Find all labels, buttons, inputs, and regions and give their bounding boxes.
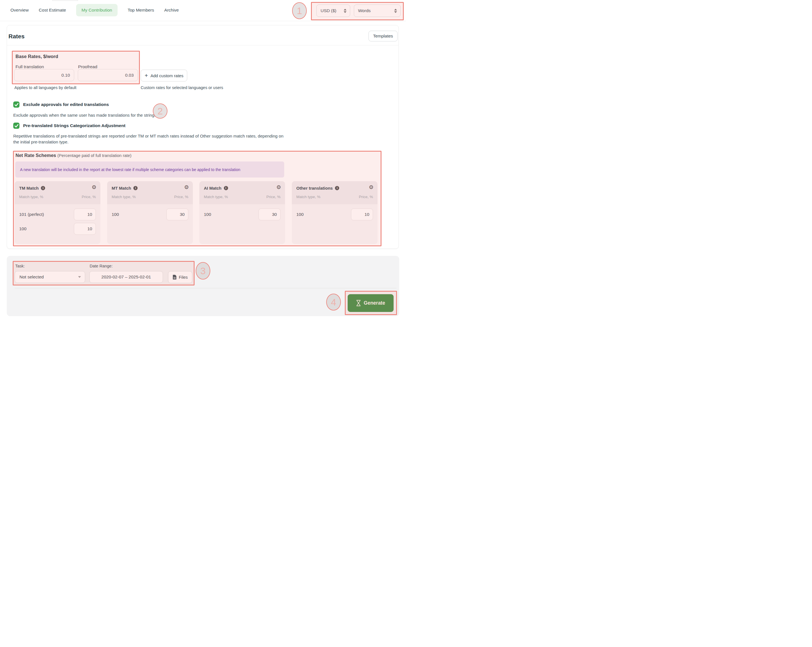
footer-divider	[15, 288, 397, 288]
hourglass-icon	[356, 300, 361, 306]
match-type-header: Match type, %	[111, 195, 136, 199]
gear-icon[interactable]: ⚙	[92, 184, 96, 190]
templates-button[interactable]: Templates	[368, 31, 398, 41]
match-type-header: Match type, %	[19, 195, 43, 199]
info-icon[interactable]: i	[41, 186, 45, 190]
tm-match-title: TM Match	[19, 186, 39, 190]
caret-down-icon	[78, 276, 81, 278]
net-rate-schemes-subtitle: (Percentage paid of full translation rat…	[58, 153, 132, 158]
nav-divider	[0, 21, 406, 21]
mt-match-column: MT Match i ⚙ Match type, % Price, % 100	[107, 181, 193, 244]
tab-cost-estimate[interactable]: Cost Estimate	[39, 8, 66, 13]
other-translations-header: Other translations i ⚙ Match type, % Pri…	[292, 181, 377, 204]
scheme-row: 100	[19, 223, 96, 235]
report-tabs: Overview Cost Estimate My Contribution T…	[11, 3, 179, 17]
add-custom-rates-label: Add custom rates	[151, 73, 183, 78]
tab-archive[interactable]: Archive	[164, 8, 179, 13]
exclude-approvals-label: Exclude approvals for edited translation…	[23, 102, 109, 107]
add-custom-rates-button[interactable]: + Add custom rates	[141, 70, 187, 81]
tm-match-body: 101 (perfect) 100	[15, 204, 101, 244]
price-header: Price, %	[266, 195, 281, 199]
updown-arrows-icon	[344, 9, 346, 13]
price-header: Price, %	[359, 195, 373, 199]
gear-icon[interactable]: ⚙	[184, 184, 189, 190]
tab-my-contribution[interactable]: My Contribution	[76, 4, 118, 16]
rates-card-title: Rates	[8, 33, 24, 40]
pretranslated-adjustment-checkbox[interactable]	[13, 123, 20, 129]
net-rate-schemes-title: Net Rate Schemes (Percentage paid of ful…	[15, 153, 131, 158]
price-input[interactable]	[166, 209, 188, 220]
generate-button-label: Generate	[364, 300, 385, 306]
file-icon	[172, 275, 177, 280]
files-button-label: Files	[179, 275, 188, 280]
other-translations-body: 100	[292, 204, 377, 244]
price-input[interactable]	[74, 209, 96, 220]
price-header: Price, %	[174, 195, 188, 199]
scheme-row: 100	[296, 209, 373, 220]
date-range-input[interactable]	[89, 271, 163, 283]
info-icon[interactable]: i	[133, 186, 137, 190]
match-type-header: Match type, %	[296, 195, 321, 199]
ai-match-header: AI Match i ⚙ Match type, % Price, %	[199, 181, 285, 204]
tm-match-column: TM Match i ⚙ Match type, % Price, % 101 …	[15, 181, 101, 244]
match-type-value: 100	[204, 212, 211, 217]
tab-overview[interactable]: Overview	[11, 8, 29, 13]
checkmark-icon	[14, 103, 18, 107]
base-rates-title: Base Rates, $/word	[15, 54, 58, 59]
net-rate-schemes-title-text: Net Rate Schemes	[15, 153, 56, 158]
unit-select-value: Words	[358, 8, 371, 13]
other-translations-title: Other translations	[296, 186, 333, 190]
partial-cutoff-element	[52, 0, 78, 1]
pretranslated-adjustment-description: Repetitive translations of pre-translate…	[13, 133, 288, 145]
task-select[interactable]: Not selected	[15, 271, 85, 283]
match-type-header: Match type, %	[204, 195, 228, 199]
base-rates-caption: Applies to all languages by default	[14, 85, 76, 90]
info-icon[interactable]: i	[335, 186, 339, 190]
ai-match-column: AI Match i ⚙ Match type, % Price, % 100	[199, 181, 285, 244]
proofread-label: Proofread	[78, 64, 97, 69]
scheme-row: 100	[204, 209, 281, 220]
price-input[interactable]	[258, 209, 281, 220]
gear-icon[interactable]: ⚙	[276, 184, 281, 190]
ai-match-body: 100	[199, 204, 285, 244]
ai-match-title: AI Match	[204, 186, 221, 190]
currency-select[interactable]: USD ($)	[316, 5, 350, 17]
card-header-divider	[7, 45, 398, 46]
gear-icon[interactable]: ⚙	[369, 184, 374, 190]
exclude-approvals-description: Exclude approvals when the same user has…	[13, 112, 155, 118]
pretranslated-adjustment-label: Pre-translated Strings Categorization Ad…	[23, 123, 125, 128]
match-type-value: 100	[296, 212, 304, 217]
tm-match-header: TM Match i ⚙ Match type, % Price, %	[15, 181, 101, 204]
plus-icon: +	[145, 73, 148, 78]
unit-select[interactable]: Words	[354, 5, 401, 17]
pretranslated-adjustment-row: Pre-translated Strings Categorization Ad…	[13, 123, 125, 129]
proofread-input[interactable]	[78, 69, 138, 81]
generate-footer: Task: Date Range: Not selected Files	[7, 256, 399, 316]
currency-select-value: USD ($)	[321, 8, 336, 13]
task-label: Task:	[15, 264, 25, 268]
other-translations-column: Other translations i ⚙ Match type, % Pri…	[292, 181, 377, 244]
exclude-approvals-row: Exclude approvals for edited translation…	[13, 102, 109, 108]
scheme-row: 100	[111, 209, 188, 220]
mt-match-header: MT Match i ⚙ Match type, % Price, %	[107, 181, 193, 204]
exclude-approvals-checkbox[interactable]	[13, 102, 20, 108]
full-translation-input[interactable]	[14, 69, 74, 81]
match-type-value: 100	[111, 212, 119, 217]
generate-button[interactable]: Generate	[348, 294, 394, 312]
match-type-value: 101 (perfect)	[19, 212, 44, 217]
reports-page: Overview Cost Estimate My Contribution T…	[0, 0, 406, 324]
price-input[interactable]	[351, 209, 373, 220]
lowest-rate-info-banner: A new translation will be included in th…	[15, 161, 284, 178]
top-nav: Overview Cost Estimate My Contribution T…	[0, 0, 406, 21]
price-input[interactable]	[74, 223, 96, 235]
mt-match-title: MT Match	[111, 186, 131, 190]
mt-match-body: 100	[107, 204, 193, 244]
files-button[interactable]: Files	[168, 271, 192, 283]
tab-top-members[interactable]: Top Members	[128, 8, 154, 13]
info-icon[interactable]: i	[224, 186, 228, 190]
task-select-value: Not selected	[20, 274, 44, 280]
checkmark-icon	[14, 124, 18, 128]
updown-arrows-icon	[394, 9, 397, 13]
full-translation-label: Full translation	[15, 64, 44, 69]
custom-rates-caption: Custom rates for selected languages or u…	[141, 85, 223, 90]
